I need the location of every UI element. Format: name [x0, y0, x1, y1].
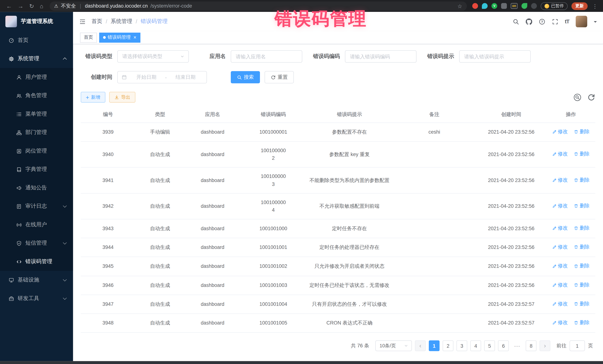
delete-link[interactable]: 删除 [574, 262, 590, 270]
avatar-caret-icon[interactable] [594, 21, 597, 24]
ext-red-icon[interactable] [472, 3, 478, 9]
sidebar-item[interactable]: 研发工具 [0, 289, 73, 308]
sidebar-item[interactable]: 在线用户 [0, 216, 73, 234]
sidebar-item[interactable]: 首页 [0, 31, 73, 49]
sidebar-item-icon [16, 167, 22, 172]
error-msg-input[interactable] [459, 50, 531, 63]
page-button[interactable]: 2 [443, 341, 453, 351]
page-button[interactable]: 6 [498, 341, 509, 351]
paused-badge[interactable]: 已暂停 [541, 2, 568, 10]
search-button[interactable]: 搜索 [231, 71, 260, 83]
page-button[interactable]: 3 [456, 341, 467, 351]
edit-link-label: 修改 [558, 202, 568, 210]
sidebar-item[interactable]: 菜单管理 [0, 105, 73, 123]
chevron-icon [63, 57, 67, 61]
page-button[interactable]: 1 [429, 341, 440, 351]
sidebar-item[interactable]: 通知公告 [0, 179, 73, 197]
show-search-toggle-button[interactable] [573, 93, 581, 101]
refresh-table-button[interactable] [587, 93, 595, 101]
browser-menu-icon[interactable]: ⋮ [592, 3, 598, 9]
user-avatar[interactable] [576, 16, 587, 27]
total-count: 共 76 条 [351, 342, 369, 349]
reload-icon[interactable]: ↻ [29, 3, 34, 9]
sidebar-item[interactable]: 错误码管理 [0, 253, 73, 271]
cell-code: 100100000 3 [240, 167, 306, 193]
goto-page-input[interactable] [570, 341, 585, 351]
delete-link[interactable]: 删除 [574, 319, 590, 327]
ext-pin-icon[interactable] [531, 3, 537, 9]
date-range-picker[interactable]: 开始日期 - 结束日期 [117, 71, 207, 83]
edit-pencil-icon [552, 264, 557, 268]
breadcrumb-item[interactable]: 系统管理 [111, 18, 132, 25]
ext-leaf-icon[interactable] [522, 3, 527, 9]
page-button[interactable]: ··· [512, 341, 523, 351]
sidebar-item[interactable]: 系统管理 [0, 49, 73, 68]
tab-close-icon[interactable]: × [133, 35, 136, 40]
edit-link[interactable]: 修改 [552, 243, 568, 251]
home-icon[interactable]: ⌂ [40, 3, 43, 9]
edit-link[interactable]: 修改 [552, 176, 568, 184]
sidebar-item[interactable]: 用户管理 [0, 68, 73, 86]
ext-on-icon[interactable]: on [511, 3, 518, 9]
breadcrumb-item[interactable]: 错误码管理 [141, 18, 168, 25]
edit-link[interactable]: 修改 [552, 319, 568, 327]
sidebar-item[interactable]: 岗位管理 [0, 142, 73, 160]
delete-link[interactable]: 删除 [574, 281, 590, 289]
search-icon[interactable] [512, 18, 519, 25]
edit-link[interactable]: 修改 [552, 128, 568, 136]
github-icon[interactable] [526, 18, 532, 25]
update-button[interactable]: 更新 [571, 2, 588, 10]
sidebar-item[interactable]: 基础设施 [0, 271, 73, 289]
tab[interactable]: 首页 [80, 33, 97, 43]
error-type-select[interactable]: 请选择错误码类型 [117, 50, 189, 63]
sidebar-item[interactable]: 审计日志 [0, 197, 73, 215]
sidebar-item-icon [16, 111, 22, 117]
page-button[interactable]: 8 [526, 341, 536, 351]
cell-remark [392, 238, 476, 257]
delete-link[interactable]: 删除 [574, 243, 590, 251]
help-icon[interactable] [539, 18, 545, 25]
edit-link[interactable]: 修改 [552, 262, 568, 270]
reset-button[interactable]: 重置 [265, 71, 294, 83]
delete-link[interactable]: 删除 [574, 128, 590, 136]
page-size-select[interactable]: 10条/页 [375, 341, 412, 351]
export-button[interactable]: 导出 [109, 92, 135, 102]
sidebar-item[interactable]: 部门管理 [0, 123, 73, 142]
forward-icon[interactable]: → [18, 3, 23, 9]
sidebar-item[interactable]: 字典管理 [0, 160, 73, 178]
edit-link[interactable]: 修改 [552, 150, 568, 158]
cell-remark [392, 257, 476, 276]
delete-link[interactable]: 删除 [574, 224, 590, 232]
cell-msg: 定时任务的处理器已经存在 [306, 238, 393, 257]
prev-page-button[interactable]: ‹ [415, 341, 426, 351]
menu-fold-icon[interactable] [79, 18, 86, 25]
font-size-icon[interactable]: tT [565, 18, 569, 24]
next-page-button[interactable]: › [540, 341, 550, 351]
edit-link[interactable]: 修改 [552, 202, 568, 210]
error-code-input[interactable] [345, 50, 417, 63]
extensions-puzzle-icon[interactable] [501, 3, 507, 9]
address-bar[interactable]: ⚠ 不安全 | dashboard.yudao.iocoder.cn/syste… [49, 1, 467, 11]
page-button[interactable]: 4 [470, 341, 481, 351]
delete-link[interactable]: 删除 [574, 300, 590, 308]
sidebar-item[interactable]: 短信管理 [0, 234, 73, 252]
logo[interactable]: 芋道管理系统 [0, 12, 73, 31]
tab[interactable]: 错误码管理 × [99, 33, 140, 43]
sidebar-item[interactable]: 角色管理 [0, 86, 73, 105]
bookmark-star-icon[interactable]: ☆ [457, 3, 462, 9]
delete-link[interactable]: 删除 [574, 202, 590, 210]
add-button[interactable]: + 新增 [81, 92, 105, 102]
back-icon[interactable]: ← [6, 3, 12, 9]
page-button[interactable]: 5 [484, 341, 495, 351]
fullscreen-icon[interactable] [552, 18, 558, 25]
edit-pencil-icon [552, 226, 557, 231]
edit-link[interactable]: 修改 [552, 224, 568, 232]
app-name-input[interactable] [231, 50, 302, 63]
edit-link[interactable]: 修改 [552, 281, 568, 289]
ext-v-icon[interactable]: V [491, 3, 497, 9]
delete-link[interactable]: 删除 [574, 150, 590, 158]
delete-link[interactable]: 删除 [574, 176, 590, 184]
edit-link[interactable]: 修改 [552, 300, 568, 308]
breadcrumb-item[interactable]: 首页 [92, 18, 102, 25]
ext-drop-icon[interactable] [482, 3, 487, 9]
